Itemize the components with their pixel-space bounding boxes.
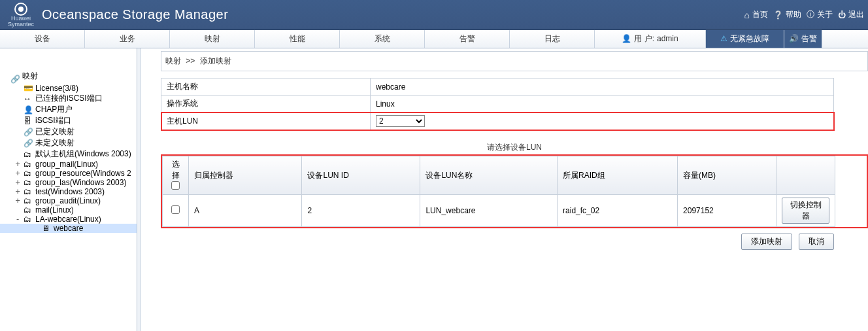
sidebar-item-label: group_audit(Linux) [35,196,101,205]
cell-raid: raid_fc_02 [558,195,678,227]
tree-root[interactable]: 🔗 映射 [0,68,137,84]
lun-table-wrap: 选择 归属控制器 设备LUN ID 设备LUN名称 所属RAID组 容量(MB)… [161,154,868,228]
row-hostname: 主机名称 webcare [161,78,834,96]
sidebar-item-12[interactable]: 🗂mail(Linux) [0,205,137,215]
expander-icon[interactable]: - [14,215,21,224]
col-select-label: 选择 [168,159,183,181]
host-lun-cell: 2 [371,113,834,130]
col-switch [776,156,835,195]
app-title: Oceanspace Storage Manager [42,7,228,22]
add-mapping-button[interactable]: 添加映射 [741,234,792,250]
hostgrp-icon: 🗂 [24,205,33,215]
expander-icon[interactable]: + [14,178,21,187]
tab-business[interactable]: 业务 [85,30,170,48]
select-all-checkbox[interactable] [171,181,180,190]
crumb-current: 添加映射 [200,56,231,65]
hostgrp-icon: 🗂 [24,196,33,205]
os-value: Linux [371,96,834,113]
sidebar-item-label: group_las(Windows 2003) [35,178,126,187]
no-alert-label: 无紧急故障 [730,30,769,48]
row-host-lun: 主机LUN 2 [161,113,834,130]
col-raid[interactable]: 所属RAID组 [558,156,678,195]
alarm-sound-tab[interactable]: 告警 [784,30,822,48]
switch-controller-button[interactable]: 切换控制器 [782,198,829,224]
body: 🔗 映射 💳License(3/8)↔已连接的iSCSI端口👤CHAP用户🗄iS… [0,48,868,331]
tree-root-label: 映射 [22,68,38,84]
col-devname[interactable]: 设备LUN名称 [420,156,558,195]
sidebar-item-11[interactable]: +🗂group_audit(Linux) [0,196,137,205]
sidebar-item-7[interactable]: +🗂group_mail(Linux) [0,160,137,169]
sidebar-item-label: mail(Linux) [35,205,74,215]
cell-capacity: 2097152 [678,195,776,227]
lun-row: A 2 LUN_webcare raid_fc_02 2097152 切换控制器 [163,195,835,227]
user-indicator: 用 户:admin [595,30,706,48]
row-checkbox[interactable] [171,205,180,214]
home-link[interactable]: 首页 [744,9,768,20]
tab-mapping[interactable]: 映射 [170,30,255,48]
col-devid[interactable]: 设备LUN ID [302,156,420,195]
svg-point-1 [18,7,24,12]
tab-log[interactable]: 日志 [510,30,595,48]
help-icon [773,10,783,20]
tab-performance[interactable]: 性能 [255,30,340,48]
sidebar-item-8[interactable]: +🗂group_resource(Windows 2 [0,169,137,178]
cell-controller: A [189,195,302,227]
about-label: 关于 [817,9,833,20]
sidebar-item-0[interactable]: 💳License(3/8) [0,84,137,93]
expander-icon[interactable]: + [14,160,21,169]
alarm-label: 告警 [801,30,817,48]
tab-system[interactable]: 系统 [340,30,425,48]
expander-icon[interactable]: + [14,187,21,196]
sidebar-item-label: 已连接的iSCSI端口 [35,93,103,104]
exit-link[interactable]: 退出 [838,9,864,20]
sidebar-item-label: test(Windows 2003) [35,187,105,196]
sidebar-item-label: group_mail(Linux) [35,160,98,169]
col-capacity[interactable]: 容量(MB) [678,156,776,195]
sidebar-item-1[interactable]: ↔已连接的iSCSI端口 [0,93,137,104]
hostgrp-icon: 🗂 [24,169,33,178]
host-lun-select[interactable]: 2 [376,115,425,127]
menubar: 设备 业务 映射 性能 系统 告警 日志 用 户:admin 无紧急故障 告警 [0,30,868,48]
sidebar-item-label: License(3/8) [35,84,78,93]
expander-icon[interactable]: + [14,169,21,178]
cancel-button[interactable]: 取消 [799,234,834,250]
col-select: 选择 [163,156,189,195]
link-icon: 🔗 [24,139,33,148]
hostgrp-icon: 🗂 [24,150,33,159]
about-link[interactable]: 关于 [807,9,833,20]
host-info-table: 主机名称 webcare 操作系统 Linux 主机LUN 2 [161,78,834,130]
alert-icon [720,30,727,48]
logo-text-2: Symantec [0,22,42,27]
sidebar-item-10[interactable]: +🗂test(Windows 2003) [0,187,137,196]
nav-tree: 🔗 映射 💳License(3/8)↔已连接的iSCSI端口👤CHAP用户🗄iS… [0,68,137,233]
exit-icon [838,10,846,20]
hostname-label: 主机名称 [161,78,371,96]
tab-device[interactable]: 设备 [0,30,85,48]
home-icon [744,10,750,20]
sidebar-item-label: 已定义映射 [35,126,75,137]
sidebar-item-14[interactable]: 🖥webcare [0,224,137,233]
content: 映射 >> 添加映射 主机名称 webcare 操作系统 Linux 主机LUN… [141,48,868,331]
hostname-value: webcare [371,78,834,96]
user-icon [622,30,631,48]
sidebar-item-6[interactable]: 🗂默认主机组(Windows 2003) [0,148,137,160]
sidebar-item-3[interactable]: 🗄iSCSI端口 [0,115,137,126]
sidebar-item-5[interactable]: 🔗未定义映射 [0,137,137,148]
crumb-root[interactable]: 映射 [165,56,181,65]
hostgrp-icon: 🗂 [24,178,33,187]
no-urgent-fault[interactable]: 无紧急故障 [706,30,784,48]
port-icon: ↔ [24,94,33,103]
tab-alert[interactable]: 告警 [425,30,510,48]
sidebar-item-4[interactable]: 🔗已定义映射 [0,126,137,137]
lun-table: 选择 归属控制器 设备LUN ID 设备LUN名称 所属RAID组 容量(MB)… [162,156,835,227]
sidebar-item-label: group_resource(Windows 2 [35,169,131,178]
sidebar-item-9[interactable]: +🗂group_las(Windows 2003) [0,178,137,187]
user-prefix: 用 户: [634,30,654,48]
help-link[interactable]: 帮助 [773,9,801,20]
about-icon [807,9,814,20]
sidebar-item-13[interactable]: -🗂LA-webcare(Linux) [0,215,137,224]
expander-icon[interactable]: + [14,196,21,205]
hostgrp-icon: 🗂 [24,160,33,169]
col-controller[interactable]: 归属控制器 [189,156,302,195]
sidebar-item-2[interactable]: 👤CHAP用户 [0,104,137,115]
